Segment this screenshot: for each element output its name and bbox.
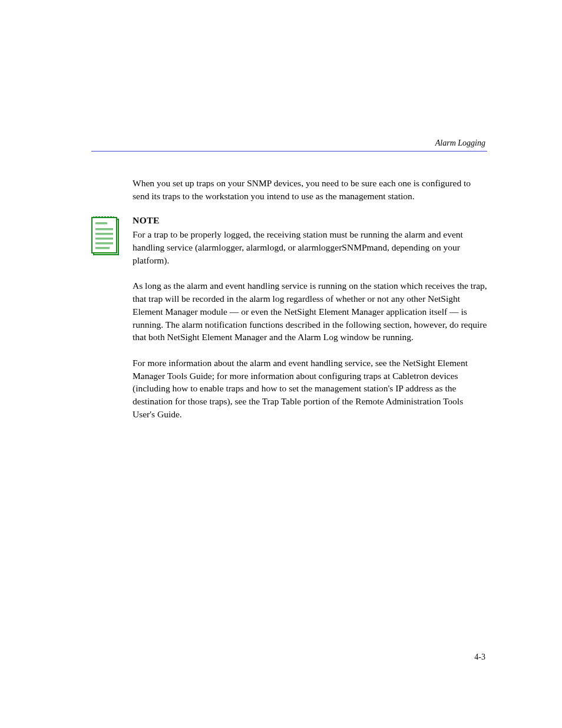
svg-rect-7 xyxy=(95,247,110,249)
header-divider xyxy=(91,151,487,151)
svg-rect-4 xyxy=(95,233,113,235)
note-label: NOTE xyxy=(133,215,487,226)
svg-rect-6 xyxy=(95,242,113,245)
page-number: 4-3 xyxy=(474,653,485,662)
paragraph-1: When you set up traps on your SNMP devic… xyxy=(133,177,487,202)
paragraph-3: For more information about the alarm and… xyxy=(133,357,487,420)
page-content: When you set up traps on your SNMP devic… xyxy=(91,177,487,433)
note-block: NOTE For a trap to be properly logged, t… xyxy=(91,215,487,266)
paragraph-2: As long as the alarm and event handling … xyxy=(133,279,487,343)
svg-rect-5 xyxy=(95,238,113,240)
svg-rect-2 xyxy=(95,222,107,225)
notepad-icon xyxy=(91,216,120,258)
running-header: Alarm Logging xyxy=(435,139,485,148)
note-body: For a trap to be properly logged, the re… xyxy=(133,228,487,266)
svg-rect-3 xyxy=(95,228,113,230)
